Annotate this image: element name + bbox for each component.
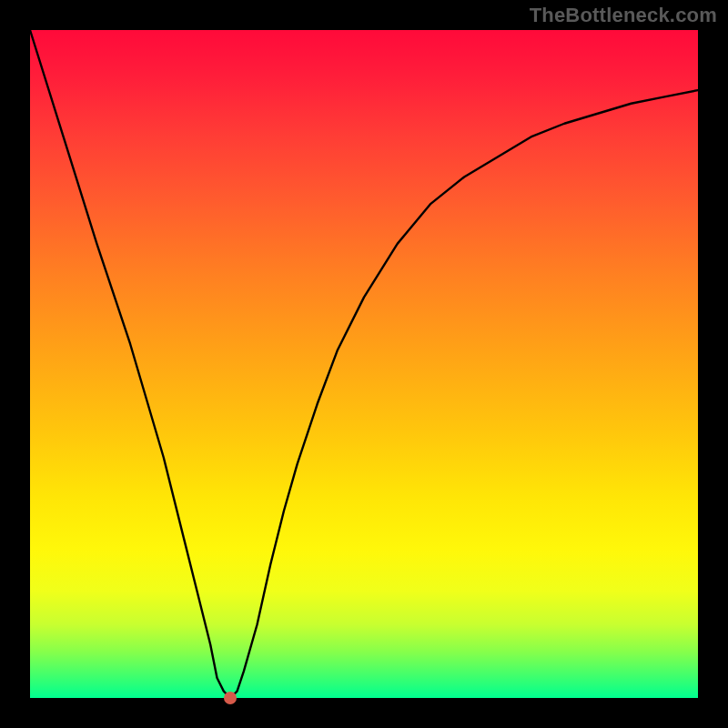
plot-area (30, 30, 698, 698)
watermark: TheBottleneck.com (530, 4, 717, 27)
bottleneck-curve (30, 30, 698, 698)
chart-frame: TheBottleneck.com (0, 0, 728, 728)
curve-layer (30, 30, 698, 698)
optimum-marker (224, 692, 237, 704)
